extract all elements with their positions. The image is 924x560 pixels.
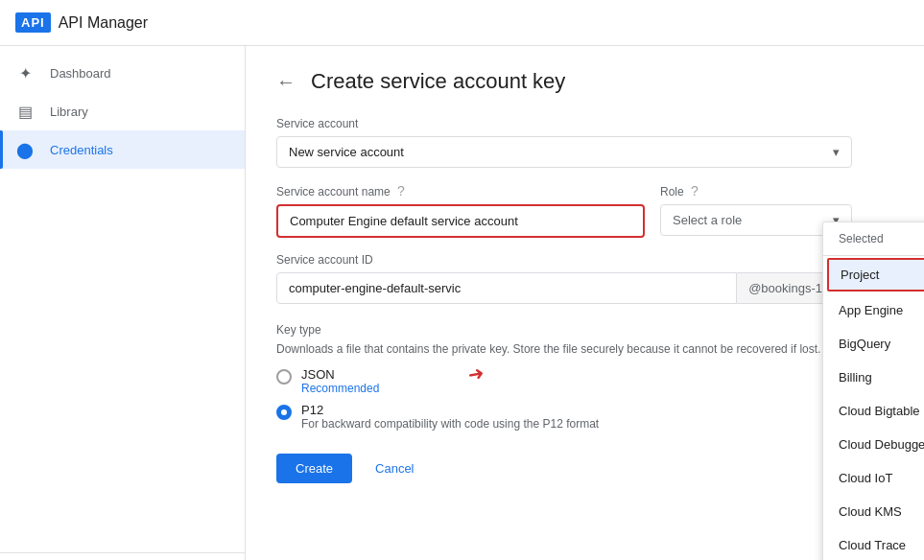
key-type-section: Key type Downloads a file that contains … <box>276 323 852 431</box>
cancel-button[interactable]: Cancel <box>360 454 429 483</box>
role-item-cloud-kms[interactable]: Cloud KMS ▶ <box>823 495 924 528</box>
role-item-label: App Engine <box>839 303 903 317</box>
json-radio-button[interactable] <box>276 369 292 385</box>
sidebar: ✦ Dashboard ▤ Library ⬤ Credentials ◁ <box>0 46 246 560</box>
key-type-label: Key type <box>276 323 852 337</box>
p12-radio-label: P12 <box>301 403 599 417</box>
service-account-id-label: Service account ID <box>276 253 852 267</box>
role-item-label: Cloud Debugger <box>839 437 924 452</box>
role-item-cloud-iot[interactable]: Cloud IoT ▶ <box>823 461 924 495</box>
role-item-label: Billing <box>839 370 872 385</box>
sidebar-item-label-library: Library <box>50 105 88 119</box>
service-account-id-row: @bookings-17... <box>276 272 852 304</box>
service-account-select[interactable]: New service account ▾ <box>276 136 852 168</box>
role-item-cloud-debugger[interactable]: Cloud Debugger ▶ <box>823 428 924 461</box>
service-account-name-label: Service account name ? <box>276 183 645 198</box>
role-item-app-engine[interactable]: App Engine ▶ <box>823 293 924 327</box>
key-type-desc: Downloads a file that contains the priva… <box>276 342 852 356</box>
name-help-icon[interactable]: ? <box>397 183 405 198</box>
radio-group: JSON Recommended P12 For backward compat… <box>276 367 852 431</box>
form-section: Service account New service account ▾ Se… <box>276 117 852 483</box>
role-dropdown-header: Selected <box>823 222 924 256</box>
sidebar-item-dashboard[interactable]: ✦ Dashboard <box>0 54 245 92</box>
name-role-row: Service account name ? Role ? Select a r… <box>276 183 852 238</box>
p12-radio-desc: For backward compatibility with code usi… <box>301 417 599 431</box>
sidebar-item-credentials[interactable]: ⬤ Credentials <box>0 130 245 169</box>
back-button[interactable]: ← <box>276 71 296 93</box>
credentials-icon: ⬤ <box>15 141 35 159</box>
sidebar-collapse-button[interactable]: ◁ <box>0 552 245 560</box>
p12-radio-content: P12 For backward compatibility with code… <box>301 403 599 431</box>
name-col: Service account name ? <box>276 183 645 238</box>
role-item-label: Cloud Bigtable <box>839 404 920 418</box>
role-item-label: Cloud KMS <box>839 504 902 519</box>
main-content: ← Create service account key Service acc… <box>246 46 924 560</box>
json-radio-item[interactable]: JSON Recommended <box>276 367 852 395</box>
service-account-id-section: Service account ID @bookings-17... <box>276 253 852 304</box>
service-account-label: Service account <box>276 117 852 130</box>
chevron-down-icon: ▾ <box>833 145 840 159</box>
role-help-icon[interactable]: ? <box>691 183 699 198</box>
page-header: ← Create service account key <box>276 69 893 94</box>
json-radio-label: JSON <box>301 367 379 382</box>
sidebar-item-label-dashboard: Dashboard <box>50 66 111 81</box>
role-item-billing[interactable]: Billing ▶ <box>823 361 924 394</box>
body: ✦ Dashboard ▤ Library ⬤ Credentials ◁ ← … <box>0 46 924 560</box>
role-item-bigquery[interactable]: BigQuery ▶ <box>823 327 924 361</box>
role-label: Role ? <box>660 183 852 198</box>
role-dropdown-panel: Selected Project ▶ App Engine ▶ BigQuery… <box>822 222 924 560</box>
p12-radio-item[interactable]: P12 For backward compatibility with code… <box>276 403 852 431</box>
role-item-cloud-trace[interactable]: Cloud Trace ▶ <box>823 528 924 560</box>
sidebar-item-library[interactable]: ▤ Library <box>0 92 245 130</box>
role-placeholder: Select a role <box>673 213 742 227</box>
role-item-project[interactable]: Project ▶ <box>827 258 924 292</box>
service-account-id-input[interactable] <box>276 272 737 304</box>
dashboard-icon: ✦ <box>15 64 35 82</box>
service-account-value: New service account <box>289 145 404 159</box>
role-item-label: Cloud IoT <box>839 471 892 485</box>
role-item-label: BigQuery <box>839 337 890 351</box>
sidebar-item-label-credentials: Credentials <box>50 143 113 157</box>
button-row: Create Cancel <box>276 454 852 483</box>
library-icon: ▤ <box>15 103 35 121</box>
json-radio-content: JSON Recommended <box>301 367 379 395</box>
api-badge: API <box>15 12 51 33</box>
p12-radio-button[interactable] <box>276 405 292 420</box>
page-title: Create service account key <box>311 69 565 94</box>
app-title: API Manager <box>59 14 148 32</box>
json-radio-sublabel: Recommended <box>301 382 379 395</box>
create-button[interactable]: Create <box>276 454 352 483</box>
role-item-project-label: Project <box>841 268 879 282</box>
top-bar: API API Manager <box>0 0 924 46</box>
role-item-label: Cloud Trace <box>839 538 906 552</box>
service-account-name-input[interactable] <box>276 204 645 238</box>
role-item-cloud-bigtable[interactable]: Cloud Bigtable ▶ <box>823 394 924 428</box>
